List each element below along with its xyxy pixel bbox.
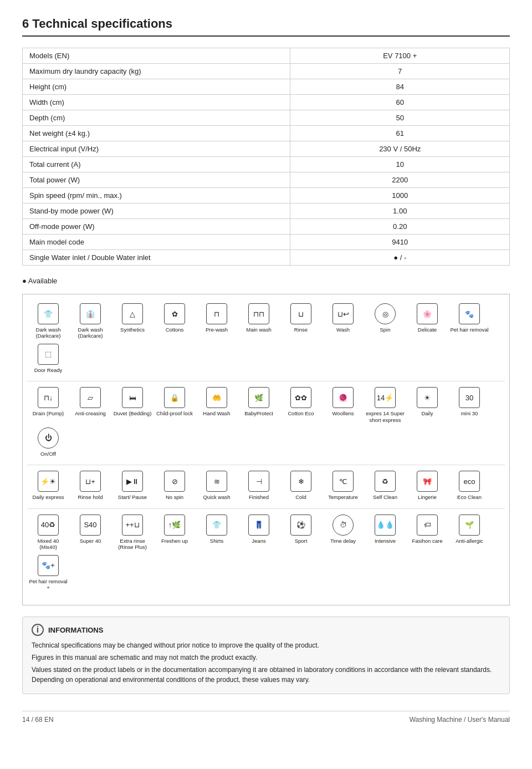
- icon-symbol: 30: [459, 387, 480, 408]
- icon-symbol: 🏷: [417, 515, 438, 536]
- spec-row: Stand-by mode power (W)1.00: [23, 203, 510, 219]
- footer-right: Washing Machine / User's Manual: [410, 716, 510, 724]
- icon-label: Cottons: [166, 327, 184, 333]
- icon-symbol: 14⚡: [375, 387, 396, 408]
- icon-item: 🐾+Pet hair removal +: [28, 555, 68, 591]
- icon-label: Fasihon care: [412, 538, 443, 544]
- icon-symbol: ⊘: [164, 471, 185, 492]
- spec-value: 84: [290, 79, 510, 95]
- icon-symbol: ▱: [80, 387, 101, 408]
- spec-value: 61: [290, 126, 510, 141]
- icon-item: ▶⏸Start/ Pause: [112, 471, 152, 500]
- icon-item: ▱Anti-creasing: [70, 387, 110, 416]
- info-box: i INFORMATIONS Technical specifications …: [22, 617, 510, 694]
- icon-item: 🧶Woollens: [323, 387, 363, 416]
- icon-item: ⏻On/Off: [28, 427, 68, 457]
- icon-symbol: eco: [459, 471, 480, 492]
- icon-symbol: 🌸: [417, 303, 438, 324]
- icon-item: ❄Cold: [281, 471, 321, 500]
- icon-item: ⚽Sport: [281, 515, 321, 544]
- spec-row: Total power (W)2200: [23, 172, 510, 188]
- icon-symbol: ⊓: [206, 303, 227, 324]
- spec-row: Height (cm)84: [23, 79, 510, 95]
- icon-symbol: ⏻: [38, 427, 59, 449]
- info-line: Figures in this manual are schematic and…: [32, 653, 500, 663]
- info-icon: i: [32, 624, 44, 636]
- icon-symbol: ❄: [290, 471, 311, 492]
- icon-label: Sport: [295, 538, 308, 544]
- icon-symbol: ↑🌿: [164, 515, 185, 536]
- icon-symbol: ⚡☀: [38, 471, 59, 492]
- icon-row-2: ⚡☀Daily express⊔+Rinse hold▶⏸Start/ Paus…: [27, 468, 505, 502]
- spec-label: Main model code: [23, 235, 290, 250]
- icon-item: ⊔↩Wash: [323, 303, 363, 333]
- icon-label: Cotton Eco: [288, 410, 314, 416]
- icon-item: ↑🌿Freshen up: [155, 515, 195, 544]
- spec-table: Models (EN)EV 7100 +Maximum dry laundry …: [22, 48, 510, 266]
- icon-symbol: 👕: [206, 515, 227, 536]
- icon-item: 👕Shirts: [197, 515, 237, 544]
- icon-item: ⚡☀Daily express: [28, 471, 68, 500]
- icon-item: 🔒Child-proof lock: [155, 387, 195, 416]
- icon-symbol: ✿: [164, 303, 185, 324]
- icon-label: Synthetics: [120, 327, 145, 333]
- icon-label: BabyProtect: [244, 410, 273, 416]
- icon-item: △Synthetics: [112, 303, 152, 333]
- icon-item: 🏷Fasihon care: [407, 515, 447, 544]
- icon-symbol: ♻: [375, 471, 396, 492]
- icon-label: Dark wash (Darkcare): [28, 327, 68, 339]
- icon-symbol: ≋: [206, 471, 227, 492]
- icon-label: Hand Wash: [203, 410, 230, 416]
- icon-symbol: 🧶: [332, 387, 354, 408]
- icon-item: 🌸Delicate: [407, 303, 447, 333]
- icon-label: Eco Clean: [457, 494, 482, 500]
- icon-item: ⏱Time delay: [323, 515, 363, 544]
- icon-label: Freshen up: [161, 538, 188, 544]
- icon-label: Finished: [249, 494, 269, 500]
- icon-symbol: ⏱: [332, 515, 354, 536]
- icon-symbol: 🛏: [122, 387, 143, 408]
- spec-value: 1000: [290, 188, 510, 203]
- icon-symbol: ⊓↓: [38, 387, 59, 408]
- icon-item: 🤲Hand Wash: [197, 387, 237, 416]
- icon-item: ℃Temperature: [323, 471, 363, 500]
- icon-item: ⊔Rinse: [281, 303, 321, 333]
- icon-symbol: 👔: [80, 303, 101, 324]
- icon-item: ≋Quick wash: [197, 471, 237, 500]
- spec-value: 7: [290, 64, 510, 79]
- icon-label: Pre-wash: [206, 327, 228, 333]
- icon-item: 👔Dark wash (Darkcare): [70, 303, 110, 339]
- icon-item: ⊓↓Drain (Pump): [28, 387, 68, 416]
- icon-item: 🌱Anti-allergic: [449, 515, 489, 544]
- spec-label: Models (EN): [23, 48, 290, 64]
- info-title: i INFORMATIONS: [32, 624, 500, 636]
- spec-label: Width (cm): [23, 95, 290, 110]
- icon-label: Pet hair removal +: [28, 578, 68, 591]
- icon-label: Spin: [380, 327, 390, 333]
- icon-label: Jeans: [252, 538, 265, 544]
- icon-label: Super 40: [80, 538, 101, 544]
- icon-item: ⊘No spin: [155, 471, 195, 500]
- icon-label: Shirts: [210, 538, 223, 544]
- icon-symbol: ⊣: [248, 471, 269, 492]
- footer: 14 / 68 EN Washing Machine / User's Manu…: [22, 711, 510, 724]
- icon-symbol: 👖: [248, 515, 269, 536]
- spec-label: Total current (A): [23, 157, 290, 172]
- icon-symbol: △: [122, 303, 143, 324]
- icon-label: Delicate: [418, 327, 437, 333]
- spec-label: Total power (W): [23, 172, 290, 188]
- icon-label: Intensive: [375, 538, 396, 544]
- icon-label: Rinse: [294, 327, 308, 333]
- spec-row: Models (EN)EV 7100 +: [23, 48, 510, 64]
- icon-label: Rinse hold: [78, 494, 103, 500]
- spec-row: Maximum dry laundry capacity (kg)7: [23, 64, 510, 79]
- spec-label: Depth (cm): [23, 110, 290, 126]
- icon-label: Daily express: [32, 494, 64, 500]
- icon-symbol: ℃: [332, 471, 354, 492]
- icon-row-1: ⊓↓Drain (Pump)▱Anti-creasing🛏Duvet (Bedd…: [27, 385, 505, 459]
- icon-label: Child-proof lock: [156, 410, 193, 416]
- icon-symbol: ⚽: [290, 515, 311, 536]
- icon-item: 🌿BabyProtect: [239, 387, 279, 416]
- icon-label: Wash: [336, 327, 350, 333]
- icon-item: 14⚡expres 14 Super short express: [365, 387, 405, 423]
